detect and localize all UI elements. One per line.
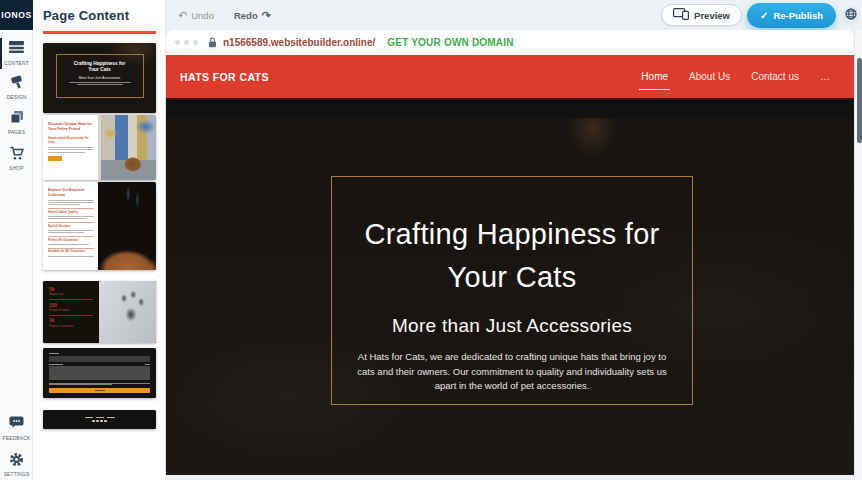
sidebar-item-design[interactable]: DESIGN <box>0 75 33 100</box>
sidebar-item-settings[interactable]: SETTINGS <box>0 452 33 477</box>
thumb-text-bar <box>48 152 85 153</box>
thumb-divider <box>49 315 93 316</box>
paint-roller-icon <box>9 75 24 92</box>
preview-scrollbar-thumb[interactable] <box>857 58 862 143</box>
preview-label: Preview <box>694 10 730 21</box>
gear-icon <box>9 452 24 469</box>
hero-title[interactable]: Crafting Happiness for Your Cats <box>332 213 692 299</box>
redo-arrow-icon: ↷ <box>262 10 271 20</box>
hero-title-line2: Your Cats <box>448 261 577 293</box>
site-nav: Home About Us Contact us … <box>641 71 830 82</box>
thumb-dog-poster-photo <box>98 115 156 180</box>
stat-label: Happy Cats <box>49 293 93 297</box>
thumb-hero-title-line1: Crafting Happiness for <box>74 61 126 66</box>
section-thumbnail-hero[interactable]: Crafting Happiness for Your Cats More th… <box>43 43 156 113</box>
undo-arrow-icon: ↶ <box>178 10 187 20</box>
thumb-text-bar <box>48 256 94 257</box>
thumb-form-input <box>49 356 150 362</box>
stat-label: Unique Designs <box>49 309 93 313</box>
thumb-text-bar <box>77 84 123 85</box>
section-thumbnail-discover[interactable]: Discover Unique Hats for Your Feline Fri… <box>43 115 156 180</box>
nav-item-contact[interactable]: Contact us <box>751 71 799 82</box>
site-logo[interactable]: HATS FOR CATS <box>180 71 269 83</box>
redo-button[interactable]: Redo ↷ <box>234 10 271 21</box>
site-url[interactable]: n1566589.websitebuilder.online/ <box>223 37 375 48</box>
globe-icon <box>845 6 857 24</box>
thumb-discover-subheading: Handcrafted Exclusively for Cats <box>48 136 94 144</box>
stat-label: Repeat Customers <box>49 325 93 329</box>
thumb-text-bar <box>48 200 94 201</box>
stat-value: 1k <box>49 318 93 323</box>
sidebar-item-content[interactable]: CONTENT <box>0 41 33 66</box>
thumb-text-bar <box>48 147 94 148</box>
content-icon <box>9 41 24 58</box>
ionos-logo[interactable]: IONOS <box>0 0 33 30</box>
nav-item-about[interactable]: About Us <box>689 71 730 82</box>
preview-button[interactable]: Preview <box>661 4 742 26</box>
thumb-cta-button <box>48 156 62 161</box>
undo-button[interactable]: ↶ Undo <box>178 10 214 21</box>
sidebar-item-label: CONTENT <box>0 61 33 66</box>
site-viewport: HATS FOR CATS Home About Us Contact us …… <box>166 55 854 477</box>
section-thumbnail-contact-form[interactable] <box>43 348 156 398</box>
thumb-discover-heading: Discover Unique Hats for Your Feline Fri… <box>48 122 94 132</box>
thumb-form-textarea <box>49 366 150 380</box>
thumb-form-submit-button <box>49 388 150 393</box>
thumb-text-bar <box>48 204 80 205</box>
sidebar-item-label: DESIGN <box>0 95 33 100</box>
get-domain-link[interactable]: GET YOUR OWN DOMAIN <box>387 37 513 48</box>
thumb-collection-heading: Explore Our Exquisite Collection <box>48 188 94 197</box>
thumb-text-bar <box>48 218 87 219</box>
thumb-discover-text-column: Discover Unique Hats for Your Feline Fri… <box>43 115 98 180</box>
thumb-footer-social-dots <box>92 420 106 422</box>
hero-title-line1: Crafting Happiness for <box>364 218 659 250</box>
thumb-form-label-bar <box>49 353 59 354</box>
website-builder-window: IONOS CONTENT DESIGN PAGES SHOP <box>0 0 862 480</box>
pages-icon <box>10 110 24 127</box>
site-header[interactable]: HATS FOR CATS Home About Us Contact us … <box>166 55 854 98</box>
sidebar-item-feedback[interactable]: FEEDBACK <box>0 416 33 441</box>
nav-more-menu[interactable]: … <box>820 71 830 82</box>
thumb-form-fineprint-bar <box>49 383 150 384</box>
redo-label: Redo <box>234 10 258 21</box>
nav-item-home[interactable]: Home <box>641 71 668 82</box>
hero-subtitle[interactable]: More than Just Accessories <box>332 315 692 337</box>
thumb-form-counter-bar <box>145 364 150 365</box>
thumb-collection-item: Perfect Fit Guarantee <box>48 239 94 243</box>
thumb-form-fineprint-bar <box>49 384 112 385</box>
window-control-dots <box>175 40 198 45</box>
devices-icon <box>673 8 689 22</box>
thumb-hero-title-line2: Your Cats <box>88 67 110 72</box>
thumb-text-bar <box>48 230 94 231</box>
thumb-stats-column: 5k Happy Cats 150 Unique Designs 1k Repe… <box>43 281 99 343</box>
thumb-paw-print-photo <box>99 281 156 343</box>
undo-label: Undo <box>191 10 214 21</box>
language-globe-button[interactable] <box>841 6 860 25</box>
sidebar-item-label: PAGES <box>0 130 33 135</box>
section-thumbnail-collection[interactable]: Explore Our Exquisite Collection Hand Cr… <box>43 182 156 270</box>
thumb-text-bar <box>69 82 131 83</box>
panel-title: Page Content <box>43 8 129 23</box>
section-thumbnail-stats[interactable]: 5k Happy Cats 150 Unique Designs 1k Repe… <box>43 281 156 343</box>
undo-redo-group: ↶ Undo Redo ↷ <box>178 10 271 21</box>
sidebar-item-shop[interactable]: SHOP <box>0 146 33 171</box>
sidebar-item-pages[interactable]: PAGES <box>0 110 33 135</box>
sidebar-item-label: SHOP <box>0 166 33 171</box>
thumb-collection-text-column: Explore Our Exquisite Collection Hand Cr… <box>43 182 98 270</box>
thumb-hero-framed-box: Crafting Happiness for Your Cats More th… <box>56 54 144 98</box>
republish-button[interactable]: ✓ Re-Publish <box>747 3 836 28</box>
browser-chrome-bar: n1566589.websitebuilder.online/ GET YOUR… <box>166 30 854 55</box>
thumb-text-bar <box>48 232 84 233</box>
thumb-divider <box>48 236 94 237</box>
thumb-divider <box>48 208 94 209</box>
page-content-panel: Page Content Crafting Happiness for Your… <box>33 0 166 480</box>
editor-toolbar: ↶ Undo Redo ↷ Preview ✓ Re-Publish <box>166 0 862 30</box>
thumb-text-bar <box>48 202 94 203</box>
icon-rail: IONOS CONTENT DESIGN PAGES SHOP <box>0 0 33 480</box>
thumb-collection-item: Hand Crafted Quality <box>48 211 94 215</box>
hero-section[interactable]: Crafting Happiness for Your Cats More th… <box>166 98 854 477</box>
sidebar-item-label: SETTINGS <box>0 472 33 477</box>
hero-body-text[interactable]: At Hats for Cats, we are dedicated to cr… <box>352 350 672 394</box>
section-thumbnail-footer[interactable] <box>43 410 156 429</box>
preview-scrollbar-track[interactable] <box>854 30 862 480</box>
